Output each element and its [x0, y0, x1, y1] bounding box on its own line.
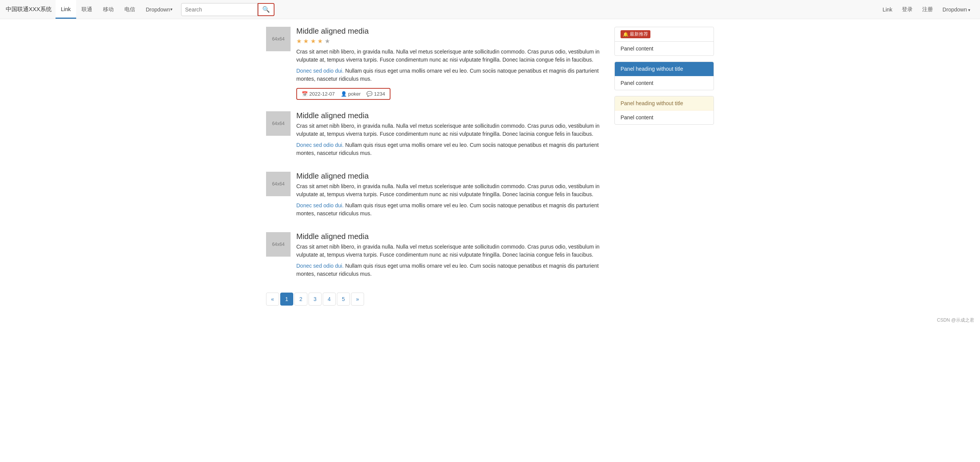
media-meta: 📅 2022-12-07 👤 poker 💬 1234	[296, 88, 390, 100]
page-footer: CSDN @示成之君	[0, 313, 980, 327]
star-4: ★	[317, 38, 323, 44]
media-text-2: Donec sed odio dui. Nullam quis risus eg…	[296, 141, 607, 157]
media-link[interactable]: Donec sed odio dui.	[296, 202, 344, 208]
pagination-page-5[interactable]: 5	[337, 293, 350, 306]
search-icon: 🔍	[262, 6, 270, 13]
pagination-page-3-link[interactable]: 3	[309, 293, 322, 306]
meta-date: 📅 2022-12-07	[302, 91, 335, 97]
media-thumbnail: 64x64	[266, 27, 291, 51]
media-text-1: Cras sit amet nibh libero, in gravida nu…	[296, 122, 607, 138]
star-rating: ★ ★ ★ ★ ★	[296, 37, 607, 45]
media-title: Middle aligned media	[296, 172, 607, 181]
navbar-right: Link 登录 注册 Dropdown	[879, 6, 974, 13]
media-title: Middle aligned media	[296, 111, 607, 120]
search-form: 🔍	[181, 3, 274, 16]
star-1: ★	[296, 38, 302, 44]
search-input[interactable]	[181, 3, 258, 16]
site-brand: 中国联通XXX系统	[6, 6, 52, 13]
panel-latest-body: Panel content	[615, 42, 714, 55]
panel-primary-heading: Panel heading without title	[615, 62, 714, 76]
fire-icon: 🔔	[623, 32, 629, 37]
nav-item-dropdown[interactable]: Dropdown	[140, 0, 178, 19]
pagination-page-1-link[interactable]: 1	[280, 293, 293, 306]
navbar: 中国联通XXX系统 Link 联通 移动 电信 Dropdown 🔍 Link …	[0, 0, 980, 19]
panel-warning-heading: Panel heading without title	[615, 96, 714, 111]
panel-primary-body: Panel content	[615, 76, 714, 90]
search-button[interactable]: 🔍	[258, 3, 274, 16]
panel-primary: Panel heading without title Panel conten…	[614, 62, 714, 90]
media-title: Middle aligned media	[296, 232, 607, 241]
calendar-icon: 📅	[302, 91, 308, 97]
pagination-page-2-link[interactable]: 2	[294, 293, 307, 306]
panel-warning: Panel heading without title Panel conten…	[614, 96, 714, 125]
panel-warning-content: Panel content	[621, 114, 653, 120]
panel-primary-content: Panel content	[621, 80, 653, 86]
meta-user: 👤 poker	[341, 91, 361, 97]
nav-right-login[interactable]: 登录	[898, 6, 916, 13]
pagination-prev-link[interactable]: «	[266, 293, 279, 306]
nav-item-link[interactable]: Link	[56, 0, 76, 19]
media-text-1: Cras sit amet nibh libero, in gravida nu…	[296, 182, 607, 198]
pagination-page-3[interactable]: 3	[309, 293, 322, 306]
meta-comments: 💬 1234	[366, 91, 385, 97]
nav-right-register[interactable]: 注册	[918, 6, 937, 13]
user-icon: 👤	[341, 91, 347, 97]
sidebar: 🔔 最新推荐 Panel content Panel heading witho…	[614, 27, 714, 306]
media-text-2: Donec sed odio dui. Nullam quis risus eg…	[296, 67, 607, 83]
media-link[interactable]: Donec sed odio dui.	[296, 68, 344, 74]
media-body: Middle aligned media Cras sit amet nibh …	[296, 172, 607, 221]
media-body: Middle aligned media Cras sit amet nibh …	[296, 111, 607, 160]
nav-link-link[interactable]: Link	[56, 0, 76, 19]
media-link[interactable]: Donec sed odio dui.	[296, 263, 344, 269]
nav-item-yidong[interactable]: 移动	[98, 0, 119, 19]
content-column: 64x64 Middle aligned media ★ ★ ★ ★ ★ Cra…	[266, 27, 607, 306]
nav-right-dropdown[interactable]: Dropdown	[939, 7, 974, 13]
pagination: « 1 2 3 4 5 »	[266, 293, 607, 306]
panel-warning-body: Panel content	[615, 111, 714, 124]
main-container: 64x64 Middle aligned media ★ ★ ★ ★ ★ Cra…	[260, 27, 720, 306]
media-body: Middle aligned media Cras sit amet nibh …	[296, 232, 607, 281]
media-link[interactable]: Donec sed odio dui.	[296, 142, 344, 148]
nav-link-yidong[interactable]: 移动	[98, 0, 119, 19]
nav-item-dianxin[interactable]: 电信	[119, 0, 140, 19]
comment-icon: 💬	[366, 91, 372, 97]
media-text-1: Cras sit amet nibh libero, in gravida nu…	[296, 48, 607, 64]
pagination-page-4-link[interactable]: 4	[323, 293, 336, 306]
pagination-prev[interactable]: «	[266, 293, 279, 306]
nav-item-liantong[interactable]: 联通	[76, 0, 98, 19]
pagination-page-2[interactable]: 2	[294, 293, 307, 306]
media-text-2: Donec sed odio dui. Nullam quis risus eg…	[296, 202, 607, 218]
media-title: Middle aligned media	[296, 27, 607, 36]
nav-right-link[interactable]: Link	[879, 7, 896, 13]
pagination-next-link[interactable]: »	[351, 293, 364, 306]
latest-badge-text: 最新推荐	[630, 31, 648, 37]
nav-link-dropdown[interactable]: Dropdown	[140, 0, 178, 19]
star-5: ★	[325, 38, 330, 44]
media-item: 64x64 Middle aligned media ★ ★ ★ ★ ★ Cra…	[266, 27, 607, 100]
pagination-page-1[interactable]: 1	[280, 293, 293, 306]
media-thumbnail: 64x64	[266, 232, 291, 257]
media-text-2: Donec sed odio dui. Nullam quis risus eg…	[296, 262, 607, 278]
pagination-next[interactable]: »	[351, 293, 364, 306]
footer-text: CSDN @示成之君	[937, 317, 974, 323]
media-body: Middle aligned media ★ ★ ★ ★ ★ Cras sit …	[296, 27, 607, 100]
nav-links: Link 联通 移动 电信 Dropdown	[56, 0, 178, 19]
media-item: 64x64 Middle aligned media Cras sit amet…	[266, 172, 607, 221]
media-text-1: Cras sit amet nibh libero, in gravida nu…	[296, 243, 607, 259]
panel-latest-content: Panel content	[621, 46, 653, 52]
pagination-page-5-link[interactable]: 5	[337, 293, 350, 306]
media-item: 64x64 Middle aligned media Cras sit amet…	[266, 111, 607, 160]
star-3: ★	[310, 38, 316, 44]
panel-latest-heading: 🔔 最新推荐	[615, 27, 714, 42]
media-item: 64x64 Middle aligned media Cras sit amet…	[266, 232, 607, 281]
nav-link-dianxin[interactable]: 电信	[119, 0, 140, 19]
media-thumbnail: 64x64	[266, 172, 291, 196]
star-2: ★	[303, 38, 309, 44]
latest-badge: 🔔 最新推荐	[621, 30, 650, 38]
pagination-page-4[interactable]: 4	[323, 293, 336, 306]
nav-link-liantong[interactable]: 联通	[76, 0, 98, 19]
media-thumbnail: 64x64	[266, 111, 291, 136]
panel-latest: 🔔 最新推荐 Panel content	[614, 27, 714, 56]
